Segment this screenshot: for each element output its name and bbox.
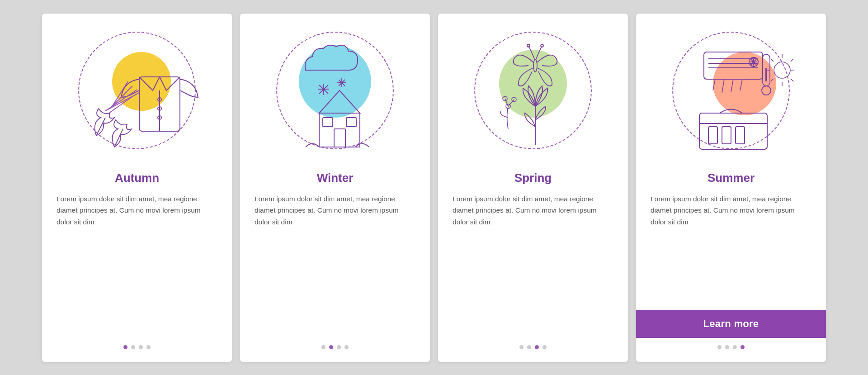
svg-rect-62	[722, 127, 731, 144]
svg-line-46	[740, 79, 742, 90]
svg-line-56	[791, 79, 793, 81]
autumn-title: Autumn	[115, 171, 159, 185]
svg-line-58	[771, 79, 774, 81]
winter-title: Winter	[317, 171, 354, 185]
svg-line-1	[114, 129, 123, 147]
learn-more-button[interactable]: Learn more	[636, 310, 826, 338]
dot-4[interactable]	[741, 345, 745, 349]
dot-2[interactable]	[329, 345, 333, 349]
svg-rect-21	[319, 113, 360, 147]
svg-line-32	[508, 100, 514, 106]
svg-line-43	[713, 79, 715, 90]
dot-1[interactable]	[123, 345, 127, 349]
svg-rect-61	[708, 127, 717, 144]
autumn-dots	[123, 345, 151, 349]
dot-3[interactable]	[733, 345, 737, 349]
svg-rect-23	[323, 118, 333, 127]
svg-line-45	[731, 79, 733, 92]
spring-card: Spring Lorem ipsum dolor sit dim amet, m…	[438, 14, 628, 362]
summer-dots	[717, 345, 745, 349]
autumn-svg-icon	[69, 27, 205, 158]
winter-svg-icon	[265, 25, 405, 161]
svg-point-50	[774, 62, 790, 78]
svg-rect-22	[334, 129, 345, 147]
cards-container: Autumn Lorem ipsum dolor sit dim amet, m…	[42, 14, 826, 362]
spring-bottom	[438, 338, 628, 353]
summer-body: Lorem ipsum dolor sit dim amet, mea regi…	[636, 193, 826, 310]
summer-title: Summer	[708, 171, 755, 185]
winter-illustration	[240, 14, 430, 167]
svg-marker-20	[319, 90, 360, 113]
dot-2[interactable]	[131, 345, 135, 349]
autumn-illustration	[42, 14, 232, 167]
summer-illustration	[636, 14, 826, 167]
dot-1[interactable]	[519, 345, 524, 349]
svg-line-44	[722, 79, 724, 93]
autumn-body: Lorem ipsum dolor sit dim amet, mea regi…	[42, 193, 232, 338]
dot-4[interactable]	[542, 345, 547, 349]
spring-dots	[519, 345, 547, 349]
dot-1[interactable]	[717, 345, 722, 349]
dot-3[interactable]	[139, 345, 143, 349]
spring-body: Lorem ipsum dolor sit dim amet, mea regi…	[438, 193, 628, 338]
winter-card: Winter Lorem ipsum dolor sit dim amet, m…	[240, 14, 430, 362]
spring-svg-icon	[465, 23, 601, 158]
autumn-card: Autumn Lorem ipsum dolor sit dim amet, m…	[42, 14, 232, 362]
autumn-bottom	[42, 338, 232, 353]
dot-2[interactable]	[527, 345, 531, 349]
summer-bottom: Learn more	[636, 310, 826, 353]
winter-dots	[321, 345, 349, 349]
svg-point-25	[533, 59, 537, 72]
svg-rect-63	[736, 127, 745, 144]
dot-3[interactable]	[535, 345, 539, 349]
dot-4[interactable]	[344, 345, 349, 349]
spring-illustration	[438, 14, 628, 167]
svg-line-11	[109, 95, 135, 113]
spring-title: Spring	[514, 171, 552, 185]
svg-line-57	[791, 59, 793, 62]
dot-3[interactable]	[337, 345, 341, 349]
dot-4[interactable]	[146, 345, 151, 349]
winter-bottom	[240, 338, 430, 353]
summer-card: Summer Lorem ipsum dolor sit dim amet, m…	[636, 14, 826, 362]
summer-svg-icon	[661, 25, 801, 161]
winter-body: Lorem ipsum dolor sit dim amet, mea regi…	[240, 193, 430, 338]
svg-rect-24	[346, 118, 356, 127]
svg-point-48	[762, 86, 771, 95]
svg-line-55	[771, 59, 774, 62]
dot-2[interactable]	[725, 345, 729, 349]
dot-1[interactable]	[321, 345, 326, 349]
